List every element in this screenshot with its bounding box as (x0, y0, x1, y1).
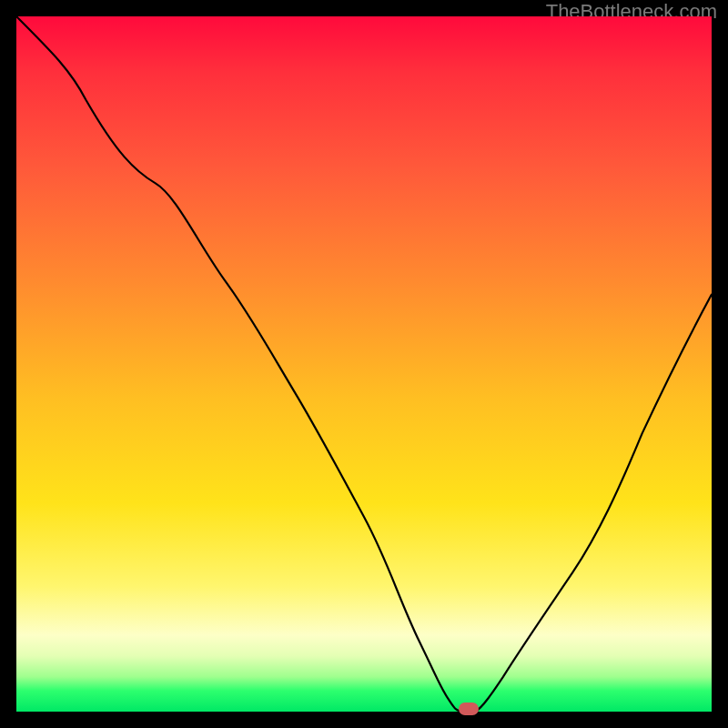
plot-area (16, 16, 712, 712)
chart-frame: TheBottleneck.com (0, 0, 728, 728)
optimal-marker (459, 703, 479, 715)
bottleneck-curve (16, 16, 712, 712)
